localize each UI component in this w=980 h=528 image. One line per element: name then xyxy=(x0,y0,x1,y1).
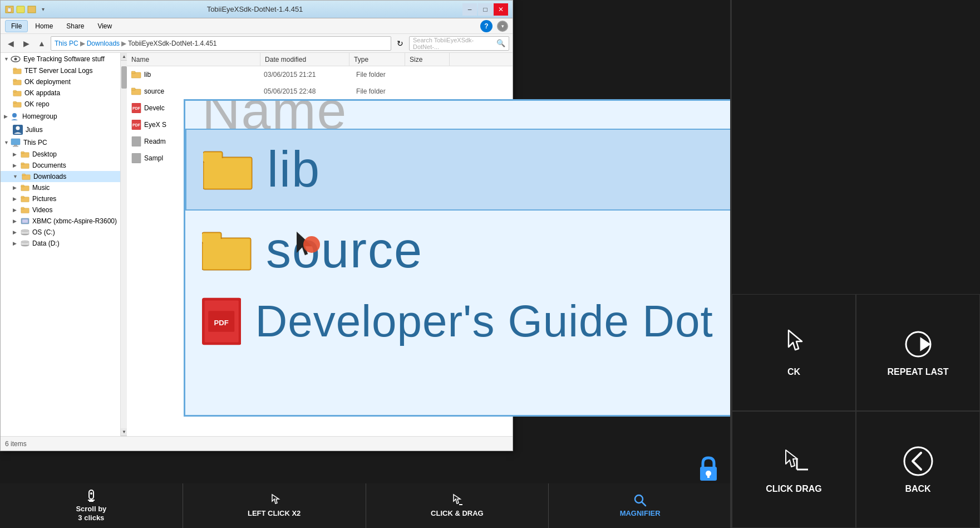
sidebar-item-videos[interactable]: ▶ Videos xyxy=(1,204,120,216)
toolbar-left-click-btn[interactable]: LEFT CLICK X2 xyxy=(183,483,366,528)
refresh-button[interactable]: ↻ xyxy=(393,37,407,50)
sidebar-item-homegroup[interactable]: ▶ Homegroup xyxy=(1,110,120,123)
expand-icon-documents: ▶ xyxy=(13,163,17,168)
minimize-button[interactable]: – xyxy=(462,3,477,16)
sidebar-item-downloads[interactable]: ▼ Downloads xyxy=(1,171,120,182)
folder-icon-downloads xyxy=(22,173,31,180)
expand-ribbon-button[interactable]: ▾ xyxy=(497,21,508,32)
action-cell-click[interactable]: CK xyxy=(732,294,856,411)
action-cell-repeat[interactable]: REPEAT LAST xyxy=(856,294,980,411)
menu-file[interactable]: File xyxy=(5,20,28,32)
sidebar-label-appdata: OK appdata xyxy=(24,89,60,97)
help-button[interactable]: ? xyxy=(480,20,493,32)
panel-divider xyxy=(730,0,732,528)
zoom-lib-name: lib xyxy=(267,141,321,198)
sidebar: ▼ Eye Tracking Software stuff TET Server… xyxy=(1,53,120,436)
sidebar-item-desktop[interactable]: ▶ Desktop xyxy=(1,149,120,160)
breadcrumb[interactable]: This PC ▶ Downloads ▶ TobiiEyeXSdk-DotNe… xyxy=(51,36,391,51)
action-cell-drag[interactable]: CLICK DRAG xyxy=(732,411,856,528)
col-header-size[interactable]: Size xyxy=(405,53,450,66)
close-button[interactable]: ✕ xyxy=(494,3,508,16)
click-label: CK xyxy=(787,366,800,377)
zoom-lib-row[interactable]: lib xyxy=(185,129,733,211)
zoom-overlay: Name lib source xyxy=(184,99,735,417)
sidebar-item-xbmc[interactable]: ▶ XBMC (xbmc-Aspire-R3600) xyxy=(1,216,120,227)
menu-view[interactable]: View xyxy=(91,20,118,32)
zoom-dev-row[interactable]: PDF Developer's Guide DotN xyxy=(185,287,733,355)
search-box[interactable]: Search TobiiEyeXSdk-DotNet-... 🔍 xyxy=(409,36,509,51)
file-row-source[interactable]: source 05/06/2015 22:48 File folder xyxy=(127,83,513,100)
folder-icon-deploy xyxy=(13,78,22,86)
svg-point-67 xyxy=(90,492,92,495)
col-header-type[interactable]: Type xyxy=(349,53,405,66)
svg-rect-18 xyxy=(14,145,17,146)
magnifier-label: MAGNIFIER xyxy=(620,509,661,518)
sidebar-label-xbmc: XBMC (xbmc-Aspire-R3600) xyxy=(32,217,117,225)
scroll-thumb[interactable] xyxy=(121,66,127,89)
sidebar-item-os-c[interactable]: ▶ OS (C:) xyxy=(1,227,120,238)
folder-icon-docs xyxy=(21,162,29,169)
sidebar-label-downloads: Downloads xyxy=(33,173,66,180)
menu-home[interactable]: Home xyxy=(29,20,59,32)
bottom-toolbar: Scroll by 3 clicks LEFT CLICK X2 CLICK &… xyxy=(0,483,732,528)
svg-rect-13 xyxy=(13,101,17,103)
sidebar-item-this-pc[interactable]: ▼ This PC xyxy=(1,136,120,149)
toolbar-magnifier-btn[interactable]: MAGNIFIER xyxy=(549,483,732,528)
file-name-sampl: Sampl xyxy=(144,154,163,162)
svg-point-14 xyxy=(12,113,17,118)
search-icon[interactable]: 🔍 xyxy=(496,39,505,47)
zoom-source-row[interactable]: source xyxy=(185,213,733,287)
title-bar: 📋 ▾ TobiiEyeXSdk-DotNet-1.4.451 – □ ✕ xyxy=(1,1,513,18)
zoom-name-header: Name xyxy=(202,99,716,129)
folder-icon-tet xyxy=(13,67,22,75)
maximize-button[interactable]: □ xyxy=(478,3,493,16)
back-svg xyxy=(902,444,935,478)
expand-icon-xbmc: ▶ xyxy=(13,218,17,224)
dropdown-arrow-icon[interactable]: ▾ xyxy=(38,5,47,14)
expand-icon-music: ▶ xyxy=(13,185,17,190)
col-header-name[interactable]: Name xyxy=(127,53,260,66)
sidebar-item-data-d[interactable]: ▶ Data (D:) xyxy=(1,238,120,249)
sidebar-label-videos: Videos xyxy=(32,206,52,214)
expand-icon-videos: ▶ xyxy=(13,207,17,213)
cursor-container xyxy=(297,232,316,259)
file-row-lib[interactable]: lib 03/06/2015 21:21 File folder xyxy=(127,66,513,83)
zoom-folder-icon-lib xyxy=(203,149,253,190)
expand-icon-pictures: ▶ xyxy=(13,196,17,202)
sidebar-item-ok-appdata[interactable]: OK appdata xyxy=(1,87,120,99)
file-name-readm: Readm xyxy=(144,138,166,145)
col-header-date[interactable]: Date modified xyxy=(260,53,349,66)
breadcrumb-sdk: TobiiEyeXSdk-DotNet-1.4.451 xyxy=(128,40,216,47)
sidebar-item-ok-deployment[interactable]: OK deployment xyxy=(1,76,120,87)
back-nav-button[interactable]: ◀ xyxy=(4,37,17,50)
sidebar-item-tet-logs[interactable]: TET Server Local Logs xyxy=(1,65,120,76)
breadcrumb-downloads[interactable]: Downloads xyxy=(87,40,120,47)
quick-access-icon-2[interactable] xyxy=(16,5,25,14)
svg-rect-29 xyxy=(21,196,24,198)
toolbar-click-drag-btn[interactable]: CLICK & DRAG xyxy=(366,483,549,528)
sidebar-item-documents[interactable]: ▶ Documents xyxy=(1,160,120,171)
menu-share[interactable]: Share xyxy=(60,20,90,32)
sidebar-label-eye-tracking: Eye Tracking Software stuff xyxy=(23,55,105,63)
sidebar-item-ok-repo[interactable]: OK repo xyxy=(1,99,120,110)
scroll-track[interactable] xyxy=(121,61,127,428)
sidebar-item-music[interactable]: ▶ Music xyxy=(1,182,120,193)
quick-access-icon-1[interactable]: 📋 xyxy=(5,5,14,14)
file-name-lib: lib xyxy=(144,71,151,79)
magnifier-icon xyxy=(633,493,647,507)
sidebar-label-julius: Julius xyxy=(26,126,43,134)
breadcrumb-this-pc[interactable]: This PC xyxy=(55,40,78,47)
action-cell-back[interactable]: BACK xyxy=(856,411,980,528)
sidebar-item-pictures[interactable]: ▶ Pictures xyxy=(1,193,120,204)
sidebar-item-eye-tracking[interactable]: ▼ Eye Tracking Software stuff xyxy=(1,53,120,65)
forward-nav-button[interactable]: ▶ xyxy=(19,37,33,50)
svg-rect-58 xyxy=(202,233,220,242)
click-icon xyxy=(777,327,811,361)
pc-icon xyxy=(10,138,21,147)
toolbar-scroll-btn[interactable]: Scroll by 3 clicks xyxy=(0,483,183,528)
title-bar-icons: 📋 ▾ xyxy=(5,5,47,14)
sidebar-label-tet: TET Server Local Logs xyxy=(24,67,93,75)
sidebar-item-julius[interactable]: Julius xyxy=(1,123,120,136)
up-nav-button[interactable]: ▲ xyxy=(35,37,48,50)
quick-access-icon-3[interactable] xyxy=(27,5,36,14)
